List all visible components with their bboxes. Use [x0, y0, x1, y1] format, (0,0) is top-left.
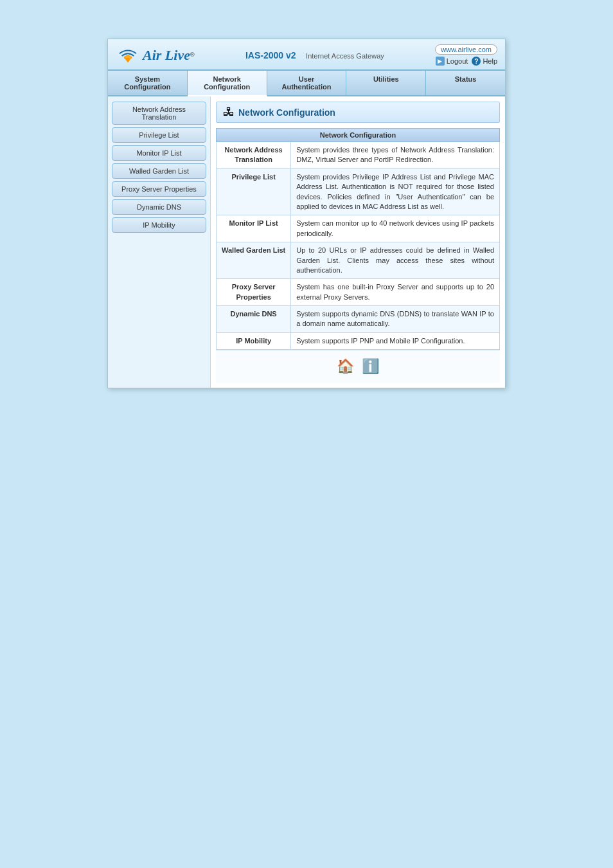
table-row: Privilege List System provides Privilege… [217, 168, 500, 215]
table-header: Network Configuration [217, 129, 500, 142]
sidebar-btn-walled-garden-list[interactable]: Walled Garden List [112, 163, 206, 179]
row-desc-monitor-ip: System can monitor up to 40 network devi… [291, 215, 500, 242]
table-row: Proxy ServerProperties System has one bu… [217, 279, 500, 306]
wifi-logo-icon [116, 46, 140, 64]
header-links: ▶ Logout ? Help [436, 57, 497, 66]
header-model: IAS-2000 v2 Internet Access Gateway [245, 50, 384, 60]
table-row: Walled Garden List Up to 20 URLs or IP a… [217, 242, 500, 279]
table-row: Network AddressTranslation System provid… [217, 142, 500, 169]
network-config-icon: 🖧 [223, 105, 235, 119]
row-label-dynamic-dns: Dynamic DNS [217, 306, 291, 333]
footer-icon-info[interactable]: ℹ️ [362, 358, 379, 374]
row-label-proxy-server: Proxy ServerProperties [217, 279, 291, 306]
tab-system-configuration[interactable]: SystemConfiguration [108, 71, 188, 95]
row-desc-privilege-list: System provides Privilege IP Address Lis… [291, 168, 500, 215]
row-label-walled-garden: Walled Garden List [217, 242, 291, 279]
header: Air Live® IAS-2000 v2 Internet Access Ga… [108, 39, 505, 71]
table-row: Dynamic DNS System supports dynamic DNS … [217, 306, 500, 333]
sidebar-btn-ip-mobility[interactable]: IP Mobility [112, 217, 206, 233]
table-row: Monitor IP List System can monitor up to… [217, 215, 500, 242]
main-container: Air Live® IAS-2000 v2 Internet Access Ga… [107, 39, 506, 388]
header-center: IAS-2000 v2 Internet Access Gateway [245, 50, 384, 60]
sidebar-btn-privilege-list[interactable]: Privilege List [112, 127, 206, 143]
header-right: www.airlive.com ▶ Logout ? Help [435, 44, 497, 66]
row-label-nat: Network AddressTranslation [217, 142, 291, 169]
row-label-ip-mobility: IP Mobility [217, 332, 291, 349]
content-area: Network Address Translation Privilege Li… [108, 96, 505, 388]
sidebar-btn-proxy-server-properties[interactable]: Proxy Server Properties [112, 181, 206, 197]
help-icon: ? [472, 57, 481, 66]
logout-button[interactable]: ▶ Logout [436, 57, 468, 66]
logout-icon: ▶ [436, 57, 445, 66]
tab-status[interactable]: Status [426, 71, 505, 95]
row-desc-walled-garden: Up to 20 URLs or IP addresses could be d… [291, 242, 500, 279]
row-desc-proxy-server: System has one built-in Proxy Server and… [291, 279, 500, 306]
tab-user-authentication[interactable]: UserAuthentication [267, 71, 347, 95]
sidebar: Network Address Translation Privilege Li… [108, 96, 211, 388]
footer-area: 🏠 ℹ️ [216, 350, 500, 383]
row-label-privilege-list: Privilege List [217, 168, 291, 215]
row-label-monitor-ip: Monitor IP List [217, 215, 291, 242]
help-button[interactable]: ? Help [472, 57, 497, 66]
sidebar-btn-monitor-ip-list[interactable]: Monitor IP List [112, 145, 206, 161]
tab-network-configuration[interactable]: NetworkConfiguration [188, 71, 267, 96]
sidebar-btn-dynamic-dns[interactable]: Dynamic DNS [112, 199, 206, 215]
config-table: Network Configuration Network AddressTra… [216, 128, 500, 350]
section-title-bar: 🖧 Network Configuration [216, 102, 500, 123]
sidebar-btn-network-address-translation[interactable]: Network Address Translation [112, 102, 206, 125]
row-desc-ip-mobility: System supports IP PNP and Mobile IP Con… [291, 332, 500, 349]
main-content: 🖧 Network Configuration Network Configur… [211, 96, 505, 388]
logo-area: Air Live® [116, 46, 195, 64]
nav-tabs: SystemConfiguration NetworkConfiguration… [108, 71, 505, 96]
tab-utilities[interactable]: Utilities [346, 71, 426, 95]
row-desc-dynamic-dns: System supports dynamic DNS (DDNS) to tr… [291, 306, 500, 333]
header-url: www.airlive.com [435, 44, 497, 55]
logo-text: Air Live® [143, 47, 195, 64]
table-row: IP Mobility System supports IP PNP and M… [217, 332, 500, 349]
footer-icon-home[interactable]: 🏠 [337, 358, 354, 374]
row-desc-nat: System provides three types of Network A… [291, 142, 500, 169]
